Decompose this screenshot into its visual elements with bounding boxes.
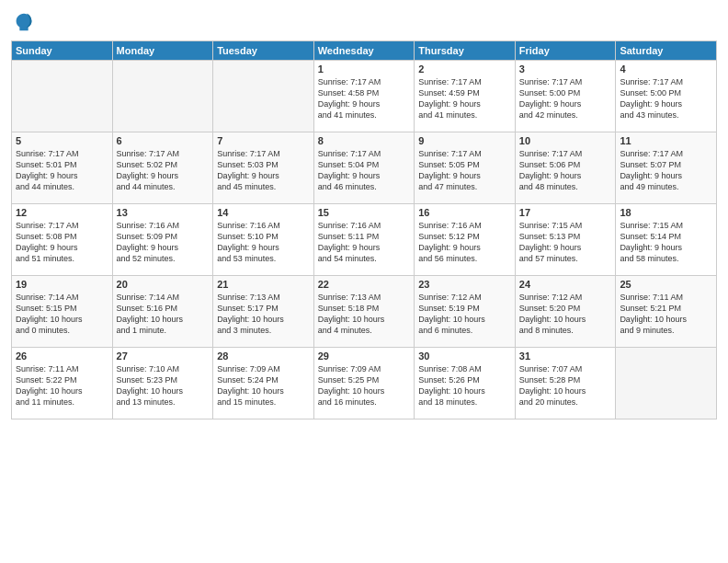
header-row: SundayMondayTuesdayWednesdayThursdayFrid… [12, 41, 717, 61]
logo [11, 9, 40, 35]
day-info: Sunrise: 7:17 AM Sunset: 5:04 PM Dayligh… [318, 148, 411, 193]
calendar-cell: 10Sunrise: 7:17 AM Sunset: 5:06 PM Dayli… [515, 132, 616, 204]
calendar-cell: 4Sunrise: 7:17 AM Sunset: 5:00 PM Daylig… [616, 61, 717, 132]
day-number: 2 [418, 63, 511, 75]
day-number: 21 [217, 279, 310, 290]
header-day-friday: Friday [515, 41, 616, 61]
day-info: Sunrise: 7:14 AM Sunset: 5:15 PM Dayligh… [16, 292, 108, 337]
day-info: Sunrise: 7:15 AM Sunset: 5:14 PM Dayligh… [620, 220, 712, 265]
day-info: Sunrise: 7:13 AM Sunset: 5:17 PM Dayligh… [217, 292, 310, 337]
calendar-cell [213, 61, 314, 132]
calendar-cell: 6Sunrise: 7:17 AM Sunset: 5:02 PM Daylig… [112, 132, 213, 204]
day-info: Sunrise: 7:16 AM Sunset: 5:11 PM Dayligh… [318, 220, 411, 265]
header [11, 9, 717, 35]
day-number: 9 [418, 135, 511, 146]
day-number: 11 [620, 135, 712, 146]
day-number: 31 [519, 350, 612, 362]
day-number: 4 [620, 63, 712, 75]
day-info: Sunrise: 7:11 AM Sunset: 5:21 PM Dayligh… [620, 292, 712, 337]
header-day-thursday: Thursday [415, 41, 516, 61]
calendar-cell: 7Sunrise: 7:17 AM Sunset: 5:03 PM Daylig… [213, 132, 314, 204]
calendar-cell: 13Sunrise: 7:16 AM Sunset: 5:09 PM Dayli… [112, 204, 213, 276]
day-info: Sunrise: 7:11 AM Sunset: 5:22 PM Dayligh… [16, 363, 108, 408]
day-info: Sunrise: 7:17 AM Sunset: 5:07 PM Dayligh… [620, 148, 712, 193]
week-row-5: 26Sunrise: 7:11 AM Sunset: 5:22 PM Dayli… [12, 348, 717, 419]
day-info: Sunrise: 7:13 AM Sunset: 5:18 PM Dayligh… [318, 292, 411, 337]
calendar-cell: 21Sunrise: 7:13 AM Sunset: 5:17 PM Dayli… [213, 276, 314, 348]
day-number: 18 [620, 207, 712, 218]
calendar-cell: 17Sunrise: 7:15 AM Sunset: 5:13 PM Dayli… [515, 204, 616, 276]
calendar-cell: 24Sunrise: 7:12 AM Sunset: 5:20 PM Dayli… [515, 276, 616, 348]
calendar-cell: 19Sunrise: 7:14 AM Sunset: 5:15 PM Dayli… [12, 276, 113, 348]
day-number: 12 [16, 207, 108, 218]
day-number: 10 [519, 135, 612, 146]
calendar-cell: 26Sunrise: 7:11 AM Sunset: 5:22 PM Dayli… [12, 348, 113, 419]
day-info: Sunrise: 7:14 AM Sunset: 5:16 PM Dayligh… [117, 292, 210, 337]
calendar-cell: 18Sunrise: 7:15 AM Sunset: 5:14 PM Dayli… [616, 204, 717, 276]
calendar-cell: 11Sunrise: 7:17 AM Sunset: 5:07 PM Dayli… [616, 132, 717, 204]
day-info: Sunrise: 7:12 AM Sunset: 5:19 PM Dayligh… [418, 292, 511, 337]
day-number: 23 [418, 279, 511, 290]
day-number: 19 [16, 279, 108, 290]
calendar-cell [12, 61, 113, 132]
day-info: Sunrise: 7:17 AM Sunset: 5:02 PM Dayligh… [117, 148, 210, 193]
calendar-header: SundayMondayTuesdayWednesdayThursdayFrid… [12, 41, 717, 61]
calendar-body: 1Sunrise: 7:17 AM Sunset: 4:58 PM Daylig… [12, 61, 717, 419]
header-day-wednesday: Wednesday [313, 41, 415, 61]
day-number: 25 [620, 279, 712, 290]
day-info: Sunrise: 7:17 AM Sunset: 5:01 PM Dayligh… [16, 148, 108, 193]
calendar-cell: 3Sunrise: 7:17 AM Sunset: 5:00 PM Daylig… [515, 61, 616, 132]
calendar-cell: 28Sunrise: 7:09 AM Sunset: 5:24 PM Dayli… [213, 348, 314, 419]
calendar-cell: 1Sunrise: 7:17 AM Sunset: 4:58 PM Daylig… [313, 61, 415, 132]
day-info: Sunrise: 7:17 AM Sunset: 5:06 PM Dayligh… [519, 148, 612, 193]
calendar-cell: 20Sunrise: 7:14 AM Sunset: 5:16 PM Dayli… [112, 276, 213, 348]
day-info: Sunrise: 7:17 AM Sunset: 5:03 PM Dayligh… [217, 148, 310, 193]
header-day-saturday: Saturday [616, 41, 717, 61]
calendar-cell: 31Sunrise: 7:07 AM Sunset: 5:28 PM Dayli… [515, 348, 616, 419]
day-info: Sunrise: 7:15 AM Sunset: 5:13 PM Dayligh… [519, 220, 612, 265]
day-info: Sunrise: 7:17 AM Sunset: 5:00 PM Dayligh… [620, 76, 712, 121]
day-number: 29 [318, 350, 411, 362]
header-day-tuesday: Tuesday [213, 41, 314, 61]
week-row-3: 12Sunrise: 7:17 AM Sunset: 5:08 PM Dayli… [12, 204, 717, 276]
day-info: Sunrise: 7:09 AM Sunset: 5:24 PM Dayligh… [217, 363, 310, 408]
day-number: 3 [519, 63, 612, 75]
calendar-cell [616, 348, 717, 419]
day-info: Sunrise: 7:10 AM Sunset: 5:23 PM Dayligh… [117, 363, 210, 408]
day-number: 8 [318, 135, 411, 146]
calendar-cell: 15Sunrise: 7:16 AM Sunset: 5:11 PM Dayli… [313, 204, 415, 276]
calendar-cell: 5Sunrise: 7:17 AM Sunset: 5:01 PM Daylig… [12, 132, 113, 204]
day-info: Sunrise: 7:17 AM Sunset: 4:58 PM Dayligh… [318, 76, 411, 121]
calendar-cell: 22Sunrise: 7:13 AM Sunset: 5:18 PM Dayli… [313, 276, 415, 348]
day-number: 28 [217, 350, 310, 362]
day-info: Sunrise: 7:17 AM Sunset: 5:00 PM Dayligh… [519, 76, 612, 121]
day-number: 30 [418, 350, 511, 362]
calendar-cell [112, 61, 213, 132]
day-info: Sunrise: 7:12 AM Sunset: 5:20 PM Dayligh… [519, 292, 612, 337]
day-number: 27 [117, 350, 210, 362]
day-info: Sunrise: 7:16 AM Sunset: 5:12 PM Dayligh… [418, 220, 511, 265]
day-number: 15 [318, 207, 411, 218]
week-row-4: 19Sunrise: 7:14 AM Sunset: 5:15 PM Dayli… [12, 276, 717, 348]
day-number: 22 [318, 279, 411, 290]
calendar-cell: 2Sunrise: 7:17 AM Sunset: 4:59 PM Daylig… [415, 61, 516, 132]
calendar-cell: 23Sunrise: 7:12 AM Sunset: 5:19 PM Dayli… [415, 276, 516, 348]
day-info: Sunrise: 7:17 AM Sunset: 5:08 PM Dayligh… [16, 220, 108, 265]
week-row-2: 5Sunrise: 7:17 AM Sunset: 5:01 PM Daylig… [12, 132, 717, 204]
day-number: 14 [217, 207, 310, 218]
day-info: Sunrise: 7:16 AM Sunset: 5:09 PM Dayligh… [117, 220, 210, 265]
day-number: 24 [519, 279, 612, 290]
calendar-cell: 14Sunrise: 7:16 AM Sunset: 5:10 PM Dayli… [213, 204, 314, 276]
day-info: Sunrise: 7:17 AM Sunset: 5:05 PM Dayligh… [418, 148, 511, 193]
day-number: 6 [117, 135, 210, 146]
day-number: 26 [16, 350, 108, 362]
calendar-cell: 9Sunrise: 7:17 AM Sunset: 5:05 PM Daylig… [415, 132, 516, 204]
calendar-cell: 27Sunrise: 7:10 AM Sunset: 5:23 PM Dayli… [112, 348, 213, 419]
week-row-1: 1Sunrise: 7:17 AM Sunset: 4:58 PM Daylig… [12, 61, 717, 132]
day-number: 20 [117, 279, 210, 290]
calendar-table: SundayMondayTuesdayWednesdayThursdayFrid… [11, 40, 717, 419]
day-number: 13 [117, 207, 210, 218]
calendar-cell: 30Sunrise: 7:08 AM Sunset: 5:26 PM Dayli… [415, 348, 516, 419]
calendar-cell: 29Sunrise: 7:09 AM Sunset: 5:25 PM Dayli… [313, 348, 415, 419]
calendar-cell: 12Sunrise: 7:17 AM Sunset: 5:08 PM Dayli… [12, 204, 113, 276]
